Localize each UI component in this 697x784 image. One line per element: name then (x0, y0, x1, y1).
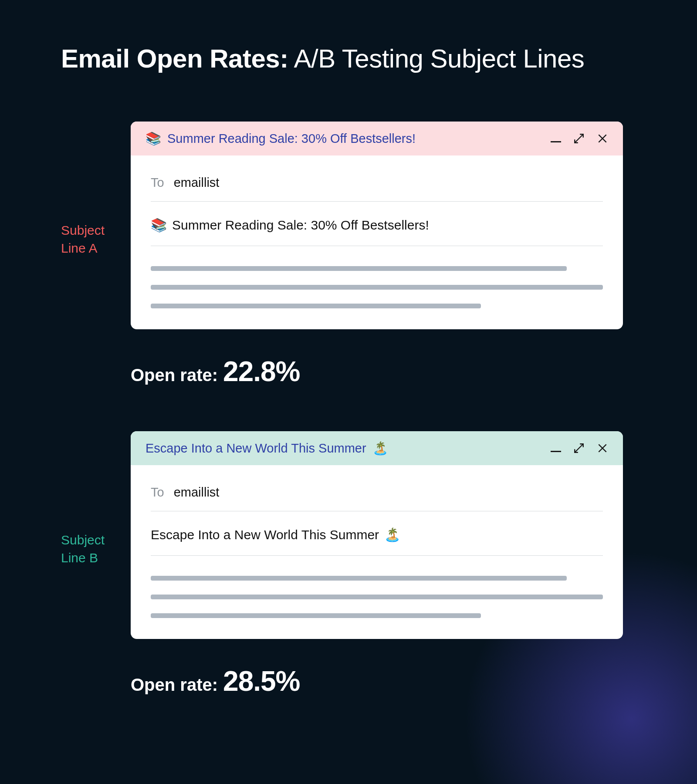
to-value-a: emaillist (174, 176, 220, 190)
placeholder-line (151, 613, 481, 618)
subject-line-text-a: Summer Reading Sale: 30% Off Bestsellers… (172, 218, 429, 233)
window-controls-a (551, 133, 608, 144)
to-field-b: To emaillist (151, 478, 603, 511)
email-card-b: Escape Into a New World This Summer 🏝️ T… (131, 431, 623, 639)
placeholder-line (151, 595, 603, 599)
open-rate-a: Open rate: 22.8% (131, 355, 636, 388)
body-placeholder-b (151, 556, 603, 618)
email-header-subject-text-b: Escape Into a New World This Summer (145, 441, 366, 456)
page-title: Email Open Rates: A/B Testing Subject Li… (61, 44, 636, 74)
email-header-subject-b: Escape Into a New World This Summer 🏝️ (145, 441, 388, 456)
open-rate-value-b: 28.5% (223, 665, 300, 697)
open-rate-label-a: Open rate: (131, 365, 218, 385)
placeholder-line (151, 304, 481, 308)
subject-line-b: Escape Into a New World This Summer 🏝️ (151, 511, 603, 556)
subject-line-a: 📚 Summer Reading Sale: 30% Off Bestselle… (151, 202, 603, 246)
minimize-icon[interactable] (551, 141, 561, 142)
email-card-a: 📚 Summer Reading Sale: 30% Off Bestselle… (131, 122, 623, 329)
email-header-b: Escape Into a New World This Summer 🏝️ (131, 431, 623, 465)
variant-a-side-label: Subject Line A (61, 122, 113, 257)
variant-b-section: Subject Line B Escape Into a New World T… (61, 431, 636, 697)
placeholder-line (151, 266, 567, 271)
variant-b-side-label: Subject Line B (61, 431, 113, 567)
variant-a-section: Subject Line A 📚 Summer Reading Sale: 30… (61, 122, 636, 388)
page-title-bold: Email Open Rates: (61, 44, 288, 73)
close-icon[interactable] (597, 443, 608, 454)
email-header-a: 📚 Summer Reading Sale: 30% Off Bestselle… (131, 122, 623, 155)
placeholder-line (151, 285, 603, 290)
placeholder-line (151, 576, 567, 581)
to-field-a: To emaillist (151, 169, 603, 202)
expand-icon[interactable] (573, 133, 585, 144)
expand-icon[interactable] (573, 443, 585, 454)
page-title-rest: A/B Testing Subject Lines (288, 44, 585, 73)
to-label-b: To (151, 485, 164, 500)
open-rate-value-a: 22.8% (223, 355, 300, 388)
to-value-b: emaillist (174, 485, 220, 500)
email-header-subject-a: 📚 Summer Reading Sale: 30% Off Bestselle… (145, 131, 416, 146)
subject-line-text-b: Escape Into a New World This Summer (151, 527, 379, 542)
email-header-subject-text-a: Summer Reading Sale: 30% Off Bestsellers… (167, 132, 416, 146)
minimize-icon[interactable] (551, 451, 561, 452)
open-rate-label-b: Open rate: (131, 675, 218, 695)
body-placeholder-a (151, 246, 603, 308)
open-rate-b: Open rate: 28.5% (131, 665, 636, 697)
to-label-a: To (151, 176, 164, 190)
island-icon: 🏝️ (384, 527, 400, 542)
books-icon: 📚 (145, 131, 161, 146)
window-controls-b (551, 443, 608, 454)
close-icon[interactable] (597, 133, 608, 144)
island-icon: 🏝️ (372, 441, 388, 456)
books-icon: 📚 (151, 217, 167, 233)
